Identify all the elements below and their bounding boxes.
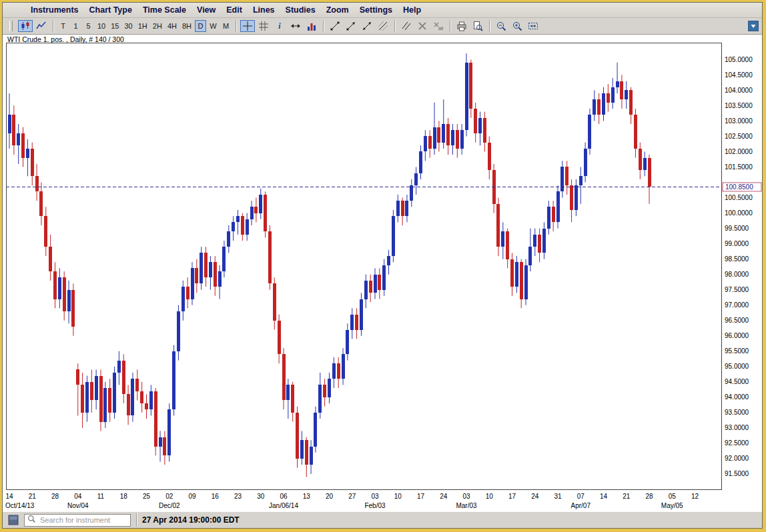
grid-button[interactable] (256, 20, 271, 32)
trend-line-button[interactable] (328, 20, 342, 32)
candle-body (469, 63, 472, 109)
y-axis-label: 93.5000 (725, 409, 749, 416)
delete-all-drawings-button[interactable]: all (431, 20, 446, 32)
app-icon (8, 515, 19, 525)
x-axis-tick-label: 25 (143, 493, 151, 500)
menu-item-time-scale[interactable]: Time Scale (137, 4, 192, 16)
candle-body (8, 115, 11, 133)
candle-body (328, 379, 331, 397)
y-axis-label: 97.0000 (725, 301, 749, 309)
extended-line-button[interactable] (360, 20, 374, 32)
candle-body (533, 235, 536, 247)
crosshair-button[interactable] (240, 20, 255, 32)
menu-item-edit[interactable]: Edit (221, 4, 248, 16)
candle-body (286, 385, 290, 400)
parallel-lines-button[interactable] (399, 20, 414, 32)
toolbar-separator (53, 20, 53, 32)
panel-toggle-button[interactable] (748, 21, 759, 31)
delete-drawing-button[interactable] (415, 20, 430, 32)
timeframe-button-30[interactable]: 30 (123, 20, 135, 32)
menu-item-lines[interactable]: Lines (248, 4, 280, 16)
candle-body (241, 216, 244, 235)
toolbar-separator (450, 20, 450, 32)
candle-body (639, 149, 642, 170)
timeframe-button-10[interactable]: 10 (95, 20, 107, 32)
timeframe-button-5[interactable]: 5 (83, 20, 94, 32)
timeframe-button-1[interactable]: 1 (70, 20, 81, 32)
ray-line-button[interactable] (344, 20, 358, 32)
menu-item-view[interactable]: View (192, 4, 221, 16)
price-marker-label: 100.8500 (725, 183, 753, 191)
candle-body (506, 231, 509, 259)
timeframe-button-15[interactable]: 15 (109, 20, 121, 32)
menu-item-chart-type[interactable]: Chart Type (84, 4, 137, 16)
y-axis-label: 102.0000 (725, 148, 753, 155)
timeframe-button-8h[interactable]: 8H (180, 20, 194, 32)
toolbar-separator (489, 20, 490, 32)
toolbar-separator (394, 20, 395, 32)
candle-body (346, 330, 349, 355)
print-button[interactable] (454, 20, 469, 32)
candle-body (108, 388, 111, 413)
menu-bar: InstrumentsChart TypeTime ScaleViewEditL… (3, 3, 762, 18)
candle-body (378, 275, 381, 290)
candle-body (318, 385, 322, 412)
candle-body (310, 447, 313, 465)
x-axis-tick-label: 24 (440, 493, 448, 500)
menu-item-help[interactable]: Help (398, 4, 426, 16)
candlestick-chart-button[interactable] (18, 20, 33, 32)
zoom-out-button[interactable] (494, 20, 508, 32)
month-label: Feb/03 (364, 502, 386, 509)
candle-body (552, 207, 555, 222)
candle-body (460, 130, 464, 149)
menu-item-instruments[interactable]: Instruments (25, 4, 84, 16)
search-input[interactable] (39, 515, 127, 525)
volume-button[interactable] (304, 20, 319, 32)
timeframe-button-d[interactable]: D (195, 20, 206, 32)
candle-body (405, 201, 408, 216)
timeframe-button-1h[interactable]: 1H (136, 20, 149, 32)
candle-body (364, 281, 368, 299)
menu-item-zoom[interactable]: Zoom (321, 4, 354, 16)
y-axis-label: 91.5000 (725, 470, 749, 477)
x-axis-tick-label: 03 (462, 493, 470, 500)
timeframe-button-w[interactable]: W (208, 20, 219, 32)
zoom-in-button[interactable] (510, 20, 524, 32)
candle-body (524, 265, 528, 299)
trend-line-icon (330, 21, 340, 31)
print-preview-button[interactable] (470, 20, 485, 32)
candle-body (323, 385, 326, 397)
menu-item-studies[interactable]: Studies (280, 4, 321, 16)
candle-body (204, 253, 208, 277)
print-preview-icon (472, 21, 483, 31)
search-box[interactable] (24, 514, 131, 527)
regression-line-button[interactable] (376, 20, 390, 32)
candle-body (355, 315, 358, 330)
chart-area[interactable]: WTI Crude 1. pos. , Daily, # 140 / 300 1… (3, 35, 762, 511)
chart-canvas[interactable]: 105.0000104.5000104.0000103.5000103.0000… (3, 35, 762, 511)
timeframe-button-2h[interactable]: 2H (151, 20, 164, 32)
candle-body (547, 207, 550, 228)
candle-body (236, 216, 240, 222)
expand-horizontal-button[interactable] (288, 20, 303, 32)
candle-body (616, 81, 619, 87)
line-chart-button[interactable] (34, 20, 49, 32)
candle-body (625, 90, 628, 99)
candle-body (200, 253, 203, 283)
candle-body (305, 440, 308, 465)
candle-body (232, 222, 235, 231)
timeframe-button-4h[interactable]: 4H (165, 20, 179, 32)
x-axis-tick-label: 17 (508, 493, 516, 500)
candle-body (620, 81, 623, 100)
info-button[interactable]: i (272, 20, 287, 32)
candle-body (53, 271, 57, 299)
timeframe-button-t[interactable]: T (57, 20, 69, 32)
candle-body (414, 173, 418, 185)
timeframe-button-m[interactable]: M (220, 20, 232, 32)
toolbar-grip[interactable] (9, 21, 13, 31)
zoom-fit-button[interactable] (526, 20, 540, 32)
candle-body (291, 385, 294, 412)
menu-item-settings[interactable]: Settings (354, 4, 398, 16)
svg-text:i: i (278, 21, 281, 31)
print-icon (456, 21, 467, 31)
